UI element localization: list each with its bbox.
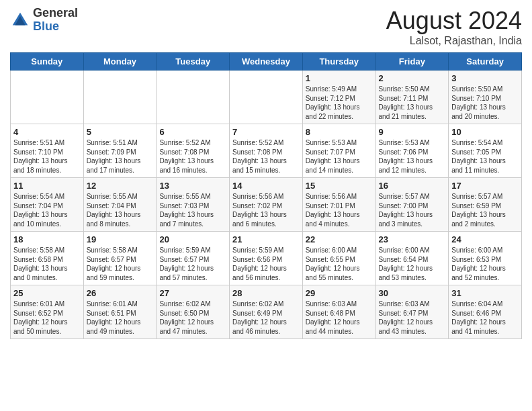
day-number: 30 xyxy=(379,288,446,298)
weekday-thursday: Thursday xyxy=(302,53,375,71)
day-number: 14 xyxy=(232,181,300,191)
calendar-cell: 2Sunrise: 5:50 AM Sunset: 7:11 PM Daylig… xyxy=(375,71,449,124)
day-number: 11 xyxy=(13,181,81,191)
day-info: Sunrise: 5:59 AM Sunset: 6:57 PM Dayligh… xyxy=(159,246,226,282)
week-row-4: 25Sunrise: 6:01 AM Sunset: 6:52 PM Dayli… xyxy=(11,285,522,339)
day-info: Sunrise: 6:04 AM Sunset: 6:46 PM Dayligh… xyxy=(451,300,519,336)
day-number: 29 xyxy=(306,288,373,298)
weekday-row: SundayMondayTuesdayWednesdayThursdayFrid… xyxy=(11,53,522,71)
day-info: Sunrise: 6:03 AM Sunset: 6:47 PM Dayligh… xyxy=(379,300,446,336)
calendar-cell: 22Sunrise: 6:00 AM Sunset: 6:55 PM Dayli… xyxy=(302,232,375,285)
weekday-monday: Monday xyxy=(83,53,157,71)
day-info: Sunrise: 6:02 AM Sunset: 6:49 PM Dayligh… xyxy=(232,300,300,336)
logo-blue: Blue xyxy=(33,20,78,34)
calendar-cell: 27Sunrise: 6:02 AM Sunset: 6:50 PM Dayli… xyxy=(157,285,230,339)
calendar-cell: 3Sunrise: 5:50 AM Sunset: 7:10 PM Daylig… xyxy=(449,71,522,124)
month-year: August 2024 xyxy=(386,7,522,35)
calendar-cell: 14Sunrise: 5:56 AM Sunset: 7:02 PM Dayli… xyxy=(230,178,303,232)
day-info: Sunrise: 6:03 AM Sunset: 6:48 PM Dayligh… xyxy=(306,300,373,336)
location: Lalsot, Rajasthan, India xyxy=(386,35,522,47)
day-number: 16 xyxy=(379,181,446,191)
day-info: Sunrise: 6:00 AM Sunset: 6:53 PM Dayligh… xyxy=(451,246,519,282)
day-number: 25 xyxy=(13,288,81,298)
day-info: Sunrise: 5:50 AM Sunset: 7:10 PM Dayligh… xyxy=(451,85,519,121)
day-number: 21 xyxy=(232,234,300,244)
calendar-cell: 12Sunrise: 5:55 AM Sunset: 7:04 PM Dayli… xyxy=(83,178,157,232)
calendar-cell: 26Sunrise: 6:01 AM Sunset: 6:51 PM Dayli… xyxy=(83,285,157,339)
day-info: Sunrise: 5:58 AM Sunset: 6:57 PM Dayligh… xyxy=(87,246,154,282)
day-info: Sunrise: 5:53 AM Sunset: 7:06 PM Dayligh… xyxy=(379,138,446,175)
calendar-cell: 11Sunrise: 5:54 AM Sunset: 7:04 PM Dayli… xyxy=(11,178,84,232)
calendar-cell: 4Sunrise: 5:51 AM Sunset: 7:10 PM Daylig… xyxy=(11,124,84,178)
day-info: Sunrise: 5:51 AM Sunset: 7:10 PM Dayligh… xyxy=(13,138,81,175)
page-header: General Blue August 2024 Lalsot, Rajasth… xyxy=(10,7,522,47)
logo-icon xyxy=(10,10,30,30)
calendar-header: SundayMondayTuesdayWednesdayThursdayFrid… xyxy=(11,53,522,71)
calendar-table: SundayMondayTuesdayWednesdayThursdayFrid… xyxy=(10,52,522,339)
day-number: 24 xyxy=(451,234,519,244)
calendar-cell: 30Sunrise: 6:03 AM Sunset: 6:47 PM Dayli… xyxy=(375,285,449,339)
day-info: Sunrise: 5:55 AM Sunset: 7:03 PM Dayligh… xyxy=(159,192,226,228)
calendar-cell: 17Sunrise: 5:57 AM Sunset: 6:59 PM Dayli… xyxy=(449,178,522,232)
day-number: 17 xyxy=(451,181,519,191)
day-number: 8 xyxy=(306,127,373,137)
day-info: Sunrise: 6:02 AM Sunset: 6:50 PM Dayligh… xyxy=(159,300,226,336)
day-number: 23 xyxy=(379,234,446,244)
day-number: 2 xyxy=(379,73,446,83)
day-info: Sunrise: 5:54 AM Sunset: 7:05 PM Dayligh… xyxy=(451,138,519,175)
day-number: 31 xyxy=(451,288,519,298)
calendar-cell: 28Sunrise: 6:02 AM Sunset: 6:49 PM Dayli… xyxy=(230,285,303,339)
calendar-cell: 25Sunrise: 6:01 AM Sunset: 6:52 PM Dayli… xyxy=(11,285,84,339)
calendar-cell: 7Sunrise: 5:52 AM Sunset: 7:08 PM Daylig… xyxy=(230,124,303,178)
day-number: 10 xyxy=(451,127,519,137)
logo-text: General Blue xyxy=(33,7,78,34)
calendar-cell: 10Sunrise: 5:54 AM Sunset: 7:05 PM Dayli… xyxy=(449,124,522,178)
day-info: Sunrise: 5:57 AM Sunset: 7:00 PM Dayligh… xyxy=(379,192,446,228)
calendar-cell: 8Sunrise: 5:53 AM Sunset: 7:07 PM Daylig… xyxy=(302,124,375,178)
calendar-cell xyxy=(83,71,157,124)
weekday-tuesday: Tuesday xyxy=(157,53,230,71)
calendar-cell: 18Sunrise: 5:58 AM Sunset: 6:58 PM Dayli… xyxy=(11,232,84,285)
weekday-sunday: Sunday xyxy=(11,53,84,71)
calendar-cell: 24Sunrise: 6:00 AM Sunset: 6:53 PM Dayli… xyxy=(449,232,522,285)
day-info: Sunrise: 6:00 AM Sunset: 6:55 PM Dayligh… xyxy=(306,246,373,282)
day-number: 20 xyxy=(159,234,226,244)
day-info: Sunrise: 5:59 AM Sunset: 6:56 PM Dayligh… xyxy=(232,246,300,282)
calendar-cell: 31Sunrise: 6:04 AM Sunset: 6:46 PM Dayli… xyxy=(449,285,522,339)
week-row-1: 4Sunrise: 5:51 AM Sunset: 7:10 PM Daylig… xyxy=(11,124,522,178)
day-number: 18 xyxy=(13,234,81,244)
logo: General Blue xyxy=(10,7,78,34)
weekday-friday: Friday xyxy=(375,53,449,71)
day-number: 4 xyxy=(13,127,81,137)
week-row-0: 1Sunrise: 5:49 AM Sunset: 7:12 PM Daylig… xyxy=(11,71,522,124)
day-info: Sunrise: 5:54 AM Sunset: 7:04 PM Dayligh… xyxy=(13,192,81,228)
logo-general: General xyxy=(33,7,78,20)
day-info: Sunrise: 5:52 AM Sunset: 7:08 PM Dayligh… xyxy=(232,138,300,175)
weekday-wednesday: Wednesday xyxy=(230,53,303,71)
calendar-cell xyxy=(11,71,84,124)
day-info: Sunrise: 5:53 AM Sunset: 7:07 PM Dayligh… xyxy=(306,138,373,175)
day-number: 27 xyxy=(159,288,226,298)
weekday-saturday: Saturday xyxy=(449,53,522,71)
day-number: 7 xyxy=(232,127,300,137)
day-number: 26 xyxy=(87,288,154,298)
day-number: 13 xyxy=(159,181,226,191)
day-number: 5 xyxy=(87,127,154,137)
day-info: Sunrise: 5:58 AM Sunset: 6:58 PM Dayligh… xyxy=(13,246,81,282)
week-row-3: 18Sunrise: 5:58 AM Sunset: 6:58 PM Dayli… xyxy=(11,232,522,285)
title-block: August 2024 Lalsot, Rajasthan, India xyxy=(386,7,522,47)
day-info: Sunrise: 5:56 AM Sunset: 7:02 PM Dayligh… xyxy=(232,192,300,228)
day-number: 28 xyxy=(232,288,300,298)
day-info: Sunrise: 5:50 AM Sunset: 7:11 PM Dayligh… xyxy=(379,85,446,121)
calendar-cell: 19Sunrise: 5:58 AM Sunset: 6:57 PM Dayli… xyxy=(83,232,157,285)
day-info: Sunrise: 5:51 AM Sunset: 7:09 PM Dayligh… xyxy=(87,138,154,175)
calendar-cell xyxy=(157,71,230,124)
day-info: Sunrise: 5:56 AM Sunset: 7:01 PM Dayligh… xyxy=(306,192,373,228)
day-info: Sunrise: 6:01 AM Sunset: 6:51 PM Dayligh… xyxy=(87,300,154,336)
day-number: 3 xyxy=(451,73,519,83)
day-number: 19 xyxy=(87,234,154,244)
day-number: 22 xyxy=(306,234,373,244)
week-row-2: 11Sunrise: 5:54 AM Sunset: 7:04 PM Dayli… xyxy=(11,178,522,232)
day-info: Sunrise: 5:55 AM Sunset: 7:04 PM Dayligh… xyxy=(87,192,154,228)
calendar-cell xyxy=(230,71,303,124)
